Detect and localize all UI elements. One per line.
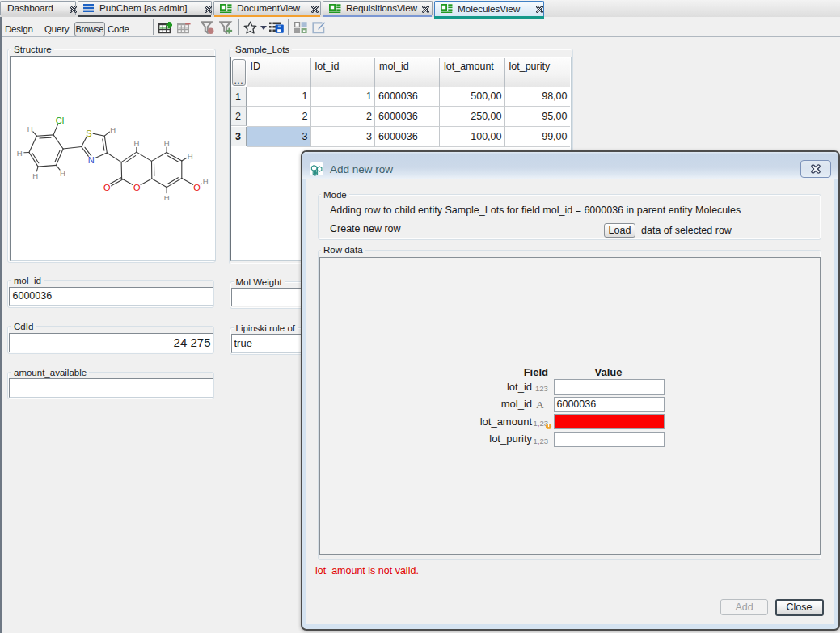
svg-text:H: H xyxy=(164,139,170,148)
svg-text:H: H xyxy=(17,149,23,158)
svg-text:H: H xyxy=(60,169,65,178)
svg-text:H: H xyxy=(133,139,139,148)
svg-text:N: N xyxy=(88,155,95,165)
svg-text:H: H xyxy=(164,193,170,202)
svg-text:H: H xyxy=(32,171,38,180)
svg-text:Cl: Cl xyxy=(56,116,64,125)
svg-text:H: H xyxy=(110,125,116,134)
svg-text:H: H xyxy=(27,124,33,133)
svg-text:H: H xyxy=(203,177,209,186)
svg-text:O: O xyxy=(193,183,201,192)
svg-text:O: O xyxy=(103,183,111,192)
svg-text:O: O xyxy=(133,183,141,192)
svg-text:H: H xyxy=(188,152,193,161)
svg-text:S: S xyxy=(86,129,91,138)
